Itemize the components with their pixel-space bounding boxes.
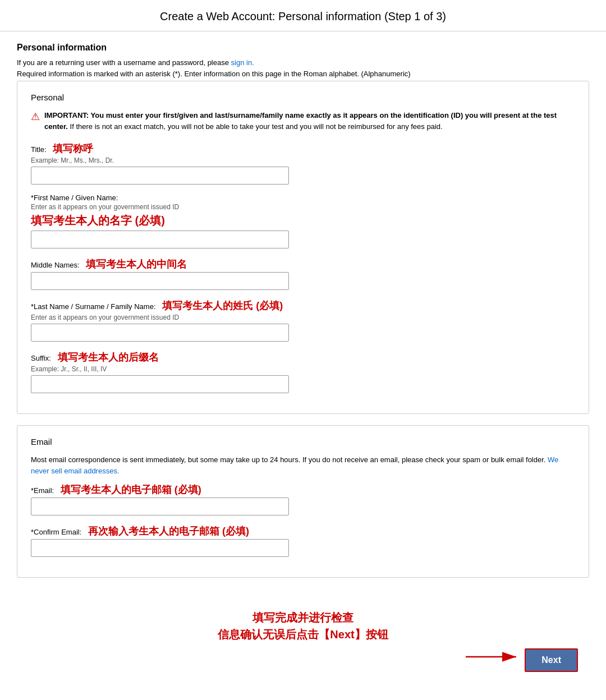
warning-icon: ⚠ [31,110,40,123]
first-name-field-group: *First Name / Given Name: Enter as it ap… [31,194,575,248]
suffix-label: Suffix: 填写考生本人的后缀名 [31,351,575,364]
last-name-annotation: 填写考生本人的姓氏 (必填) [162,300,283,311]
title-input[interactable] [31,167,289,185]
first-name-annotation: 填写考生本人的名字 (必填) [31,213,165,228]
last-name-input[interactable] [31,324,289,342]
footer-row: Next [17,648,589,672]
suffix-input[interactable] [31,375,289,393]
page-title: Create a Web Account: Personal informati… [0,0,606,31]
first-name-input[interactable] [31,231,289,248]
title-field-group: Title: 填写称呼 Example: Mr., Ms., Mrs., Dr. [31,142,575,185]
title-field-hint: Example: Mr., Ms., Mrs., Dr. [31,156,575,164]
returning-user-text: If you are a returning user with a usern… [17,58,589,67]
personal-card: Personal ⚠ IMPORTANT: You must enter you… [17,81,589,414]
middle-name-label: Middle Names: 填写考生本人的中间名 [31,257,575,271]
sign-in-link[interactable]: sign in. [231,58,254,67]
suffix-hint: Example: Jr., Sr., II, III, IV [31,365,575,373]
next-button[interactable]: Next [525,648,578,672]
confirm-email-field-group: *Confirm Email: 再次输入考生本人的电子邮箱 (必填) [31,524,575,557]
email-annotation: 填写考生本人的电子邮箱 (必填) [61,484,201,495]
warning-text: IMPORTANT: You must enter your first/giv… [44,110,575,132]
email-card: Email Most email correspondence is sent … [17,425,589,578]
email-label: *Email: 填写考生本人的电子邮箱 (必填) [31,483,575,496]
email-input[interactable] [31,498,289,515]
suffix-annotation: 填写考生本人的后缀名 [58,352,159,363]
personal-info-section-title: Personal information [17,43,589,53]
last-name-field-group: *Last Name / Surname / Family Name: 填写考生… [31,299,575,342]
middle-name-field-group: Middle Names: 填写考生本人的中间名 [31,257,575,290]
footer: 填写完成并进行检查 信息确认无误后点击【Next】按钮 Next [0,600,606,683]
last-name-hint: Enter as it appears on your government i… [31,314,575,321]
first-name-label: *First Name / Given Name: [31,194,575,202]
middle-name-input[interactable] [31,272,289,290]
email-description: Most email correspondence is sent immedi… [31,454,575,476]
confirm-email-label: *Confirm Email: 再次输入考生本人的电子邮箱 (必填) [31,524,575,538]
suffix-field-group: Suffix: 填写考生本人的后缀名 Example: Jr., Sr., II… [31,351,575,393]
last-name-label: *Last Name / Surname / Family Name: 填写考生… [31,299,575,312]
email-card-title: Email [31,437,575,446]
confirm-email-annotation: 再次输入考生本人的电子邮箱 (必填) [88,526,249,537]
title-field-label: Title: 填写称呼 [31,142,575,155]
important-warning: ⚠ IMPORTANT: You must enter your first/g… [31,110,575,132]
personal-card-title: Personal [31,93,575,102]
email-field-group: *Email: 填写考生本人的电子邮箱 (必填) [31,483,575,515]
middle-name-annotation: 填写考生本人的中间名 [86,259,187,270]
footer-annotation: 填写完成并进行检查 信息确认无误后点击【Next】按钮 [17,609,589,643]
required-info-note: Required information is marked with an a… [17,70,589,78]
first-name-hint: Enter as it appears on your government i… [31,203,575,211]
arrow-decoration [460,646,527,668]
confirm-email-input[interactable] [31,539,289,557]
title-annotation: 填写称呼 [53,143,93,154]
